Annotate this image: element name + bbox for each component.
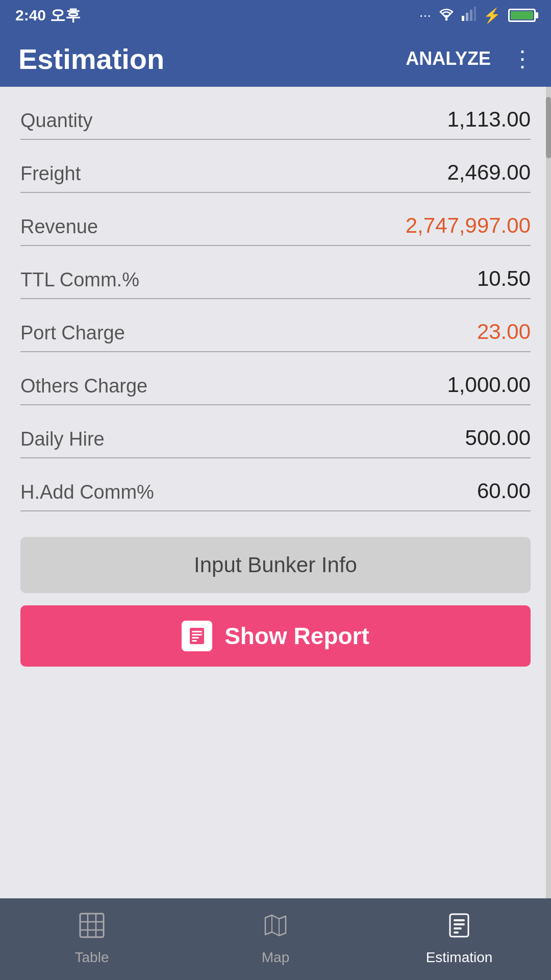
- bolt-icon: ⚡: [483, 7, 501, 24]
- svg-rect-5: [190, 628, 204, 644]
- nav-item-estimation[interactable]: Estimation: [368, 913, 550, 966]
- svg-rect-7: [192, 634, 202, 635]
- wifi-icon: [438, 7, 455, 24]
- svg-rect-20: [454, 927, 462, 929]
- map-nav-label: Map: [262, 949, 289, 966]
- field-label-quantity: Quantity: [20, 110, 93, 132]
- app-bar-actions: ANALYZE ⋮: [406, 47, 533, 70]
- field-label-port-charge: Port Charge: [20, 322, 125, 344]
- show-report-label: Show Report: [224, 622, 369, 650]
- status-time: 2:40 오후: [15, 5, 81, 26]
- field-value-h-add-comm-: 60.00: [477, 479, 531, 503]
- svg-point-0: [445, 18, 448, 20]
- field-label-ttl-comm--: TTL Comm.%: [20, 269, 139, 291]
- field-row[interactable]: Quantity1,113.00: [20, 87, 531, 140]
- svg-rect-8: [192, 637, 199, 639]
- show-report-button[interactable]: Show Report: [20, 605, 531, 667]
- field-value-ttl-comm--: 10.50: [477, 266, 531, 291]
- main-content: Quantity1,113.00Freight2,469.00Revenue2,…: [0, 87, 551, 758]
- svg-rect-4: [474, 7, 476, 21]
- estimation-nav-label: Estimation: [426, 949, 493, 966]
- svg-rect-10: [80, 914, 104, 937]
- table-nav-label: Table: [75, 949, 109, 966]
- field-value-quantity: 1,113.00: [447, 107, 531, 132]
- svg-rect-19: [454, 923, 465, 925]
- svg-rect-18: [454, 919, 465, 921]
- field-label-h-add-comm-: H.Add Comm%: [20, 481, 154, 503]
- bottom-nav: Table Map Estimation: [0, 898, 551, 980]
- field-label-revenue: Revenue: [20, 216, 98, 238]
- app-bar: Estimation ANALYZE ⋮: [0, 31, 551, 87]
- svg-rect-21: [454, 932, 459, 934]
- svg-rect-6: [192, 631, 202, 632]
- svg-rect-9: [192, 640, 197, 642]
- map-nav-icon: [263, 913, 288, 944]
- field-value-revenue: 2,747,997.00: [406, 213, 531, 238]
- field-row[interactable]: Freight2,469.00: [20, 140, 531, 193]
- field-label-others-charge: Others Charge: [20, 375, 147, 397]
- table-nav-icon: [79, 913, 105, 944]
- field-label-daily-hire: Daily Hire: [20, 428, 105, 450]
- field-value-daily-hire: 500.00: [465, 426, 531, 450]
- signal-dots-icon: ···: [419, 7, 431, 23]
- nav-item-table[interactable]: Table: [1, 913, 183, 966]
- field-value-freight: 2,469.00: [447, 160, 531, 185]
- input-bunker-button[interactable]: Input Bunker Info: [20, 537, 531, 593]
- scroll-thumb: [546, 97, 551, 158]
- report-icon: [182, 621, 212, 651]
- svg-rect-2: [466, 13, 468, 21]
- app-title: Estimation: [18, 42, 164, 76]
- status-bar: 2:40 오후 ··· ⚡: [0, 0, 551, 31]
- scroll-track: [546, 87, 551, 949]
- analyze-button[interactable]: ANALYZE: [406, 48, 491, 69]
- field-value-port-charge: 23.00: [477, 320, 531, 344]
- more-menu-button[interactable]: ⋮: [511, 47, 533, 70]
- field-label-freight: Freight: [20, 163, 81, 185]
- nav-item-map[interactable]: Map: [185, 913, 366, 966]
- field-row[interactable]: H.Add Comm%60.00: [20, 458, 531, 511]
- field-row[interactable]: TTL Comm.%10.50: [20, 246, 531, 299]
- field-value-others-charge: 1,000.00: [447, 373, 531, 397]
- field-row[interactable]: Port Charge23.00: [20, 299, 531, 352]
- field-row[interactable]: Daily Hire500.00: [20, 405, 531, 458]
- estimation-nav-icon: [446, 913, 472, 944]
- field-row[interactable]: Revenue2,747,997.00: [20, 193, 531, 246]
- cell-signal-icon: [462, 7, 476, 24]
- field-row[interactable]: Others Charge1,000.00: [20, 352, 531, 405]
- battery-icon: [508, 9, 536, 22]
- status-icons: ··· ⚡: [419, 7, 536, 24]
- svg-rect-3: [470, 10, 472, 21]
- svg-rect-1: [462, 16, 464, 21]
